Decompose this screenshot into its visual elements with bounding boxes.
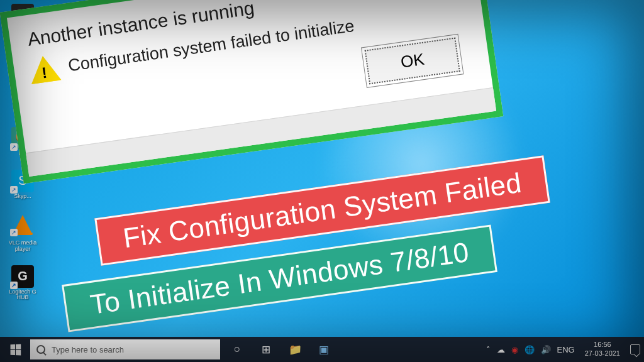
chevron-up-icon[interactable]: ˄ [486,345,491,354]
search-placeholder: Type here to search [52,345,124,354]
volume-icon[interactable]: 🔊 [541,345,551,354]
network-icon[interactable]: 🌐 [525,345,535,354]
desktop-icon-logitech[interactable]: G↗ Logitech G HUB [4,265,42,302]
language-indicator[interactable]: ENG [557,345,575,354]
explorer-icon[interactable]: 📁 [280,337,309,362]
action-center-icon[interactable] [630,344,640,354]
taskbar-pinned: ○ ⊞ 📁 ▣ [223,337,338,362]
icon-label: VLC media player [4,240,42,253]
onedrive-icon[interactable]: ☁ [497,345,505,354]
vlc-icon: ↗ [11,212,34,235]
search-icon [36,345,45,354]
system-tray: ˄ ☁ ◉ 🌐 🔊 ENG 16:56 27-03-2021 [486,337,644,362]
ok-button[interactable]: OK [365,37,460,84]
icon-label: Logitech G HUB [4,289,42,302]
logitech-icon: G↗ [11,265,34,288]
start-button[interactable] [0,337,30,362]
windows-logo-icon [10,344,21,355]
app-icon[interactable]: ▣ [309,337,338,362]
time-text: 16:56 [585,341,620,349]
date-text: 27-03-2021 [585,349,620,358]
app-tray-icon[interactable]: ◉ [511,345,518,354]
warning-icon [28,54,61,84]
cortana-icon[interactable]: ○ [223,337,252,362]
clock[interactable]: 16:56 27-03-2021 [581,341,624,358]
search-box[interactable]: Type here to search [30,339,220,359]
taskbar: Type here to search ○ ⊞ 📁 ▣ ˄ ☁ ◉ 🌐 🔊 EN… [0,337,644,362]
desktop-icon-vlc[interactable]: ↗ VLC media player [4,212,42,253]
task-view-icon[interactable]: ⊞ [252,337,280,362]
icon-label: Skyp... [14,194,31,200]
